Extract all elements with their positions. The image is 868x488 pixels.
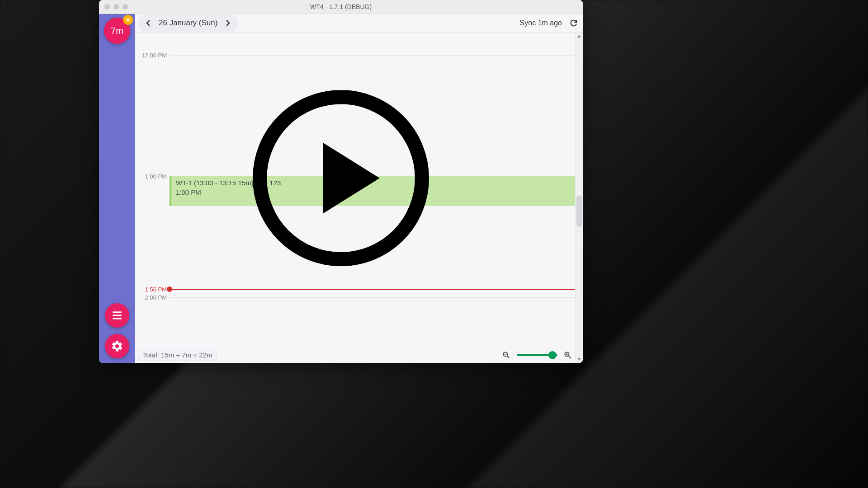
svg-marker-4 (577, 358, 581, 361)
titlebar: WT4 - 1.7.1 (DEBUG) (99, 0, 583, 14)
zoom-out-icon (502, 351, 511, 360)
total-time-label: Total: 15m + 7m = 22m (138, 349, 217, 361)
topbar: 26 January (Sun) Sync 1m ago (135, 14, 583, 33)
log-list-button[interactable] (105, 303, 129, 328)
window-title: WT4 - 1.7.1 (DEBUG) (99, 3, 583, 10)
svg-marker-9 (323, 143, 380, 213)
svg-rect-1 (113, 314, 122, 316)
zoom-slider-handle[interactable] (548, 351, 557, 359)
next-day-button[interactable] (224, 19, 232, 27)
settings-button[interactable] (105, 334, 129, 358)
play-circle-icon (253, 90, 429, 266)
refresh-icon (569, 18, 579, 28)
zoom-slider[interactable] (517, 354, 557, 356)
hour-gridline (170, 297, 583, 298)
sync-button[interactable] (567, 17, 580, 29)
zoom-out-button[interactable] (501, 350, 511, 360)
date-navigator: 26 January (Sun) (138, 14, 238, 32)
current-time-label: 1:56 PM (135, 286, 167, 293)
zoom-in-button[interactable] (563, 350, 573, 360)
zoom-window-icon[interactable] (123, 4, 128, 9)
svg-rect-2 (113, 318, 122, 319)
scroll-down-button[interactable] (576, 356, 583, 363)
prev-day-button[interactable] (144, 19, 152, 27)
running-timer-button[interactable]: 7m (104, 18, 130, 44)
chevron-right-icon (225, 19, 231, 27)
scroll-thumb[interactable] (576, 195, 582, 227)
list-icon (111, 310, 123, 321)
current-time-dot (167, 286, 172, 292)
close-window-icon[interactable] (104, 4, 110, 9)
chevron-up-icon (577, 34, 581, 38)
scrollbar[interactable] (575, 33, 583, 363)
chevron-left-icon (146, 19, 151, 27)
play-overlay-button[interactable] (253, 90, 429, 266)
running-timer-label: 7m (111, 26, 123, 36)
scroll-up-button[interactable] (576, 33, 583, 40)
current-date-label: 26 January (Sun) (159, 19, 217, 28)
svg-rect-5 (504, 354, 506, 354)
chevron-down-icon (577, 357, 581, 361)
gear-icon (111, 340, 123, 352)
zoom-in-icon (563, 351, 572, 360)
close-icon[interactable] (123, 15, 133, 25)
svg-rect-7 (566, 353, 567, 355)
sidebar: 7m (99, 14, 135, 363)
current-time-line (170, 289, 583, 290)
minimize-window-icon[interactable] (113, 4, 119, 9)
svg-rect-0 (113, 311, 122, 313)
hour-gridline (170, 55, 583, 56)
app-window: WT4 - 1.7.1 (DEBUG) 7m (99, 0, 583, 363)
hour-label: 12:00 PM (135, 52, 167, 59)
hour-label: 2:00 PM (135, 294, 167, 301)
svg-marker-3 (577, 35, 581, 38)
hour-label: 1:00 PM (135, 173, 167, 180)
sync-status-label: Sync 1m ago (520, 19, 562, 27)
traffic-lights[interactable] (99, 4, 128, 9)
zoom-controls (501, 350, 573, 360)
